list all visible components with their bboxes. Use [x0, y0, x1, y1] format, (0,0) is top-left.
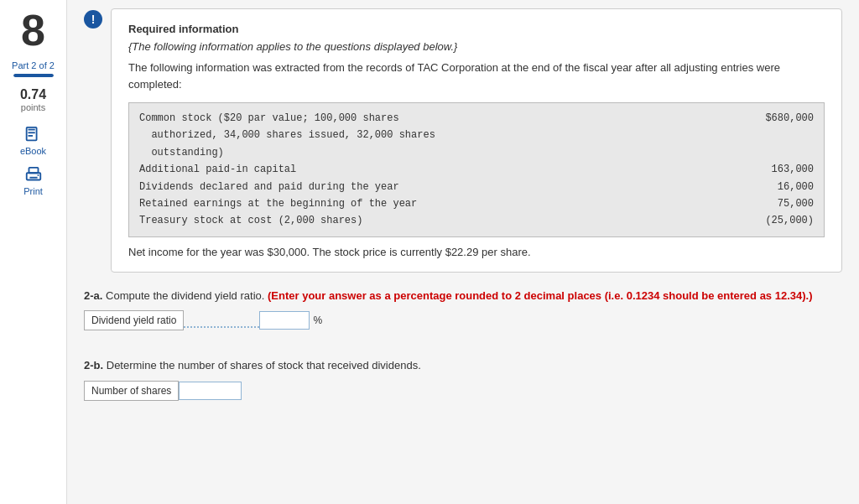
- table-label-1: Common stock ($20 par value; 100,000 sha…: [139, 110, 747, 161]
- alert-row: ! Required information {The following in…: [84, 8, 842, 273]
- table-value-2: 163,000: [747, 161, 814, 178]
- net-income-text: Net income for the year was $30,000. The…: [128, 246, 825, 258]
- section-2a-header: 2-a. Compute the dividend yield ratio. (…: [84, 288, 842, 304]
- svg-rect-3: [29, 135, 34, 137]
- svg-rect-1: [29, 129, 35, 131]
- number-of-shares-input[interactable]: [179, 382, 242, 400]
- section-2a: 2-a. Compute the dividend yield ratio. (…: [84, 288, 842, 331]
- table-row: Treasury stock at cost (2,000 shares) (2…: [139, 212, 814, 229]
- dotted-underline: [184, 314, 259, 328]
- print-icon: [24, 166, 43, 184]
- shares-row: Number of shares: [84, 381, 842, 401]
- table-value-3: 16,000: [747, 179, 814, 195]
- section-2b: 2-b. Determine the number of shares of s…: [84, 357, 842, 401]
- section-2b-prefix: 2-b.: [84, 359, 103, 372]
- dividend-yield-input[interactable]: [259, 311, 310, 330]
- financial-table: Common stock ($20 par value; 100,000 sha…: [128, 102, 825, 237]
- progress-bar: [13, 74, 54, 77]
- percent-suffix: %: [313, 314, 322, 326]
- table-label-3: Dividends declared and paid during the y…: [139, 179, 747, 195]
- table-value-5: (25,000): [747, 212, 814, 229]
- points-label: points: [21, 102, 45, 112]
- dividend-yield-label: Dividend yield ratio: [84, 310, 184, 330]
- info-box-title: Required information: [128, 23, 825, 35]
- section-2a-text: Compute the dividend yield ratio.: [106, 289, 268, 302]
- number-of-shares-label: Number of shares: [84, 381, 179, 401]
- print-button[interactable]: Print: [23, 166, 43, 196]
- points-value: 0.74: [20, 87, 46, 102]
- dividend-yield-row: Dividend yield ratio %: [84, 310, 842, 330]
- table-row: Dividends declared and paid during the y…: [139, 179, 814, 195]
- svg-rect-6: [29, 177, 37, 179]
- sidebar: 8 Part 2 of 2 0.74 points eBook Print: [0, 0, 67, 504]
- svg-rect-2: [29, 132, 35, 133]
- ebook-button[interactable]: eBook: [20, 126, 46, 156]
- section-2b-text: Determine the number of shares of stock …: [107, 359, 421, 372]
- section-2b-header: 2-b. Determine the number of shares of s…: [84, 357, 842, 374]
- table-row: Retained earnings at the beginning of th…: [139, 195, 814, 212]
- ebook-icon: [23, 126, 42, 144]
- section-2a-prefix: 2-a.: [84, 289, 102, 302]
- part-label: Part 2 of 2: [12, 60, 55, 70]
- info-box-subtitle: {The following information applies to th…: [128, 40, 825, 53]
- main-content: ! Required information {The following in…: [67, 0, 859, 504]
- table-row: Additional paid-in capital 163,000: [139, 161, 814, 178]
- svg-rect-5: [26, 173, 40, 179]
- table-value-4: 75,000: [747, 195, 814, 212]
- info-box-description: The following information was extracted …: [128, 60, 825, 92]
- problem-number: 8: [21, 8, 45, 52]
- svg-rect-4: [29, 168, 38, 173]
- ebook-label: eBook: [20, 146, 46, 156]
- section-2a-instruction: (Enter your answer as a percentage round…: [268, 289, 813, 302]
- table-label-2: Additional paid-in capital: [139, 161, 747, 178]
- info-box: Required information {The following info…: [111, 8, 842, 273]
- table-label-4: Retained earnings at the beginning of th…: [139, 195, 747, 212]
- alert-icon: !: [84, 10, 102, 29]
- table-row: Common stock ($20 par value; 100,000 sha…: [139, 110, 814, 161]
- print-label: Print: [23, 186, 43, 196]
- table-value-1: $680,000: [747, 110, 814, 161]
- svg-point-7: [37, 174, 39, 176]
- table-label-5: Treasury stock at cost (2,000 shares): [139, 212, 747, 229]
- progress-fill: [13, 74, 54, 77]
